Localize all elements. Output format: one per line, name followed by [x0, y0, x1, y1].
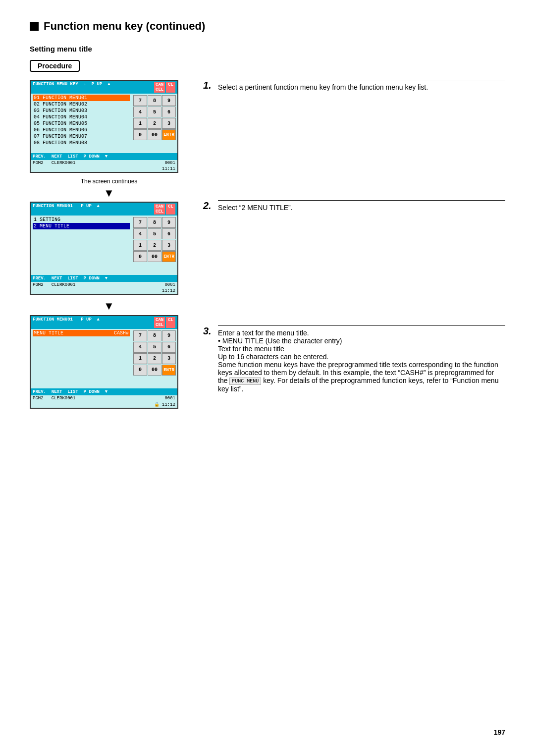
step3-intro: Enter a text for the menu title.	[218, 329, 505, 337]
step3-body: Enter a text for the menu title. • MENU …	[218, 325, 505, 393]
numpad-1[interactable]: 1	[133, 240, 147, 251]
screen2-status: PGM2 CLERK0001 0001	[31, 282, 177, 288]
numpad-9[interactable]: 9	[162, 330, 176, 341]
numpad-00[interactable]: 00	[148, 365, 161, 376]
step3-row: 3. Enter a text for the menu title. • ME…	[203, 325, 505, 393]
numpad-3[interactable]: 3	[162, 118, 176, 129]
screen1-cl-btn: CL	[166, 82, 175, 93]
screen2-footer: PREV. NEXT LIST P DOWN ▼	[31, 275, 177, 282]
step1-body: Select a pertinent function menu key fro…	[218, 80, 505, 91]
screen2-time: 11:12	[31, 288, 177, 294]
numpad-1[interactable]: 1	[133, 353, 147, 364]
step2-number: 2.	[203, 200, 213, 212]
list-item	[33, 262, 130, 268]
numpad-0[interactable]: 0	[133, 365, 147, 376]
arrow-down-icon: ▼	[30, 187, 188, 200]
screen2-status-left: PGM2 CLERK0001	[33, 282, 75, 287]
list-item	[33, 375, 130, 381]
numpad-4[interactable]: 4	[133, 107, 147, 117]
numpad-2[interactable]: 2	[148, 118, 161, 129]
numpad-8[interactable]: 8	[148, 330, 161, 341]
screen1-time: 11:11	[31, 166, 177, 172]
step3-bullet: • MENU TITLE (Use the character entry)	[218, 337, 505, 345]
title-square-icon	[30, 22, 39, 31]
list-item[interactable]: 04 FUNCTION MENU04	[33, 114, 130, 120]
numpad-7[interactable]: 7	[133, 330, 147, 341]
numpad-3[interactable]: 3	[162, 240, 176, 251]
step2-row: 2. Select “2 MENU TITLE”.	[203, 200, 505, 212]
list-item[interactable]: 02 FUNCTION MENU02	[33, 101, 130, 108]
list-item[interactable]: 06 FUNCTION MENU06	[33, 127, 130, 133]
list-item[interactable]: 08 FUNCTION MENU08	[33, 140, 130, 146]
screen2-block: FUNCTION MENU01 P UP ▲ CANCEL CL 1 SETTI…	[30, 202, 188, 295]
numpad-5[interactable]: 5	[148, 107, 161, 117]
screen2-body: 1 SETTING 2 MENU TITLE 7 8 9 4	[31, 216, 177, 275]
screen2-header-title: FUNCTION MENU01 P UP ▲	[33, 204, 100, 215]
list-item	[33, 362, 130, 369]
numpad-6[interactable]: 6	[162, 107, 176, 117]
numpad-6[interactable]: 6	[162, 228, 176, 239]
numpad-0[interactable]: 0	[133, 251, 147, 262]
screen3-footer-nav: PREV. NEXT LIST P DOWN ▼	[33, 389, 107, 394]
numpad-9[interactable]: 9	[162, 95, 176, 106]
page-number: 197	[494, 728, 505, 736]
list-item[interactable]: MENU TITLE CASH#	[33, 330, 130, 336]
screen2: FUNCTION MENU01 P UP ▲ CANCEL CL 1 SETTI…	[30, 202, 178, 295]
screen3-status-left: PGM2 CLERK0001	[33, 396, 75, 401]
numpad-7[interactable]: 7	[133, 217, 147, 228]
numpad-entr[interactable]: ENTR	[162, 129, 176, 140]
list-item	[33, 236, 130, 242]
numpad-2[interactable]: 2	[148, 353, 161, 364]
screen2-list: 1 SETTING 2 MENU TITLE	[31, 216, 132, 275]
list-item[interactable]: 05 FUNCTION MENU05	[33, 120, 130, 127]
list-item[interactable]: 03 FUNCTION MENU03	[33, 108, 130, 114]
step1-row: 1. Select a pertinent function menu key …	[203, 80, 505, 91]
step3-subitem1: Text for the menu title Up to 16 charact…	[218, 345, 505, 393]
list-item	[33, 336, 130, 343]
step3-subitem3: Some function menu keys have the preprog…	[218, 361, 505, 393]
numpad-3[interactable]: 3	[162, 353, 176, 364]
screen1-footer-nav: PREV. NEXT LIST P DOWN ▼	[33, 154, 107, 159]
list-item[interactable]: 2 MENU TITLE	[33, 223, 130, 229]
numpad-9[interactable]: 9	[162, 217, 176, 228]
numpad-8[interactable]: 8	[148, 217, 161, 228]
section-title: Setting menu title	[30, 45, 505, 53]
numpad-1[interactable]: 1	[133, 118, 147, 129]
menu-title-value: CASH#	[114, 330, 129, 336]
numpad-00[interactable]: 00	[148, 251, 161, 262]
menu-title-label: MENU TITLE	[34, 330, 63, 336]
numpad-00[interactable]: 00	[148, 129, 161, 140]
numpad-0[interactable]: 0	[133, 129, 147, 140]
screen2-footer-nav: PREV. NEXT LIST P DOWN ▼	[33, 276, 107, 281]
list-item[interactable]: 01 FUNCTION MENU01	[33, 95, 130, 101]
screen3-footer: PREV. NEXT LIST P DOWN ▼	[31, 388, 177, 395]
numpad-5[interactable]: 5	[148, 228, 161, 239]
list-item[interactable]: 1 SETTING	[33, 216, 130, 223]
screen2-header: FUNCTION MENU01 P UP ▲ CANCEL CL	[31, 203, 177, 216]
screen3-block: FUNCTION MENU01 P UP ▲ CANCEL CL MENU TI…	[30, 315, 188, 409]
screen1-body: 01 FUNCTION MENU01 02 FUNCTION MENU02 03…	[31, 94, 177, 153]
numpad-8[interactable]: 8	[148, 95, 161, 106]
screen1-status-left: PGM2 CLERK0001	[33, 161, 75, 165]
screen1-header-title: FUNCTION MENU KEY ↓ P UP ▲	[33, 82, 110, 93]
numpad-2[interactable]: 2	[148, 240, 161, 251]
list-item	[33, 349, 130, 356]
numpad-entr[interactable]: ENTR	[162, 365, 176, 376]
numpad-entr[interactable]: ENTR	[162, 251, 176, 262]
screen3-body: MENU TITLE CASH# 7 8	[31, 329, 177, 388]
func-menu-key-icon: FUNC MENU	[229, 378, 261, 385]
screen3-numpad: 7 8 9 4 5 6 1 2 3 0 00 ENTR	[132, 329, 177, 388]
numpad-5[interactable]: 5	[148, 342, 161, 353]
numpad-6[interactable]: 6	[162, 342, 176, 353]
screen3-cl-btn: CL	[166, 317, 175, 328]
screen-continues-label: The screen continues	[30, 178, 188, 185]
list-item	[33, 229, 130, 236]
numpad-4[interactable]: 4	[133, 342, 147, 353]
main-layout: FUNCTION MENU KEY ↓ P UP ▲ CANCEL CL 01 …	[30, 80, 505, 414]
list-item	[33, 255, 130, 262]
list-item[interactable]: 07 FUNCTION MENU07	[33, 133, 130, 140]
numpad-7[interactable]: 7	[133, 95, 147, 106]
procedure-badge: Procedure	[30, 60, 80, 72]
screen1-list: 01 FUNCTION MENU01 02 FUNCTION MENU02 03…	[31, 94, 132, 153]
numpad-4[interactable]: 4	[133, 228, 147, 239]
